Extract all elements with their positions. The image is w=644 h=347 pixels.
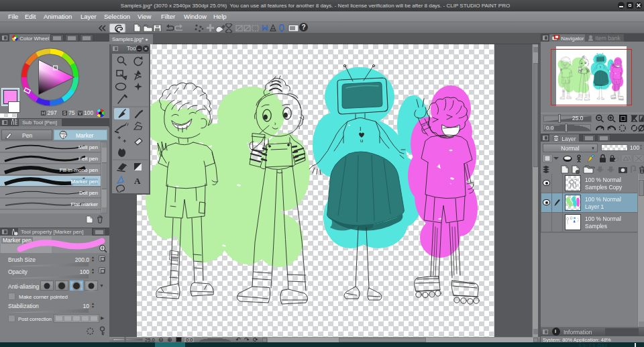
svg-text:A: A (134, 176, 141, 186)
